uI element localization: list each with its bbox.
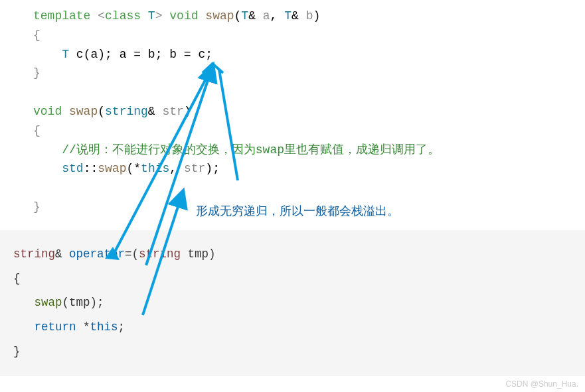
- scope-resolution: ::: [84, 162, 98, 175]
- star: *: [76, 320, 90, 334]
- code-line-blank: [33, 83, 585, 102]
- swap-args: (tmp);: [62, 296, 104, 309]
- param-b: b: [299, 9, 313, 23]
- keyword-return: return: [35, 320, 76, 334]
- indent: [33, 143, 62, 157]
- angle-open: <: [98, 9, 105, 23]
- code-line: {: [13, 267, 572, 291]
- type-string: string: [13, 247, 55, 261]
- brace-close: }: [33, 200, 41, 214]
- paren-close: ): [205, 162, 212, 175]
- watermark: CSDN @Shun_Hua.: [505, 379, 578, 389]
- indent: [33, 48, 62, 61]
- swap-body: c(a); a = b; b = c;: [69, 48, 212, 61]
- type-string: string: [105, 105, 148, 118]
- function-swap: swap: [35, 296, 62, 309]
- amp: &: [292, 9, 299, 23]
- param-str: str: [155, 105, 184, 118]
- angle-close: >: [155, 9, 163, 23]
- code-line: template <class T> void swap(T& a, T& b): [33, 7, 585, 26]
- keyword-class: class: [105, 9, 141, 23]
- function-swap: swap: [205, 9, 234, 23]
- code-line: return *this;: [13, 315, 572, 340]
- param-tmp: tmp): [181, 247, 216, 261]
- type-T: T: [62, 48, 69, 61]
- code-line: }: [33, 64, 585, 83]
- amp: &: [55, 247, 62, 261]
- brace-close: }: [13, 345, 21, 358]
- keyword-this: this: [141, 162, 169, 175]
- indent: [13, 296, 35, 309]
- code-block-operator-assign: string& operator=(string tmp) { swap(tmp…: [0, 230, 585, 376]
- code-line: //说明：不能进行对象的交换，因为swap里也有赋值，成递归调用了。: [33, 141, 585, 160]
- keyword-template: template: [33, 9, 90, 23]
- keyword-void: void: [33, 105, 62, 118]
- indent: [33, 162, 62, 175]
- param-a: a: [256, 9, 270, 23]
- type-T: T: [277, 9, 292, 23]
- code-line: std::swap(*this, str);: [33, 159, 585, 178]
- brace-open: {: [33, 29, 41, 42]
- code-line: T c(a); a = b; b = c;: [33, 45, 585, 64]
- amp: &: [148, 105, 155, 118]
- namespace-std: std: [62, 162, 83, 175]
- code-line: string& operator=(string tmp): [13, 242, 572, 267]
- keyword-void: void: [169, 9, 198, 23]
- star: *: [133, 162, 141, 175]
- semicolon: ;: [118, 320, 125, 334]
- annotation-recursion: 形成无穷递归，所以一般都会栈溢出。: [196, 203, 399, 219]
- keyword-operator: operator: [62, 247, 125, 261]
- semicolon: ;: [212, 162, 220, 175]
- type-T: T: [241, 9, 248, 23]
- paren-open: (: [234, 9, 242, 23]
- indent: [13, 320, 35, 334]
- comma: ,: [270, 9, 278, 23]
- code-line: {: [33, 121, 585, 141]
- brace-open: {: [33, 124, 41, 137]
- function-swap: swap: [98, 162, 126, 175]
- brace-open: {: [13, 272, 21, 285]
- paren-open: (: [126, 162, 133, 175]
- brace-close: }: [33, 66, 41, 80]
- code-line: swap(tmp);: [13, 291, 572, 315]
- code-line-blank: [33, 178, 585, 198]
- function-swap: swap: [62, 105, 98, 118]
- code-block-template-swap: template <class T> void swap(T& a, T& b)…: [0, 0, 585, 217]
- type-string: string: [139, 247, 181, 261]
- code-line: {: [33, 26, 585, 45]
- paren-open: (: [98, 105, 105, 118]
- comment-recursion: //说明：不能进行对象的交换，因为swap里也有赋值，成递归调用了。: [62, 143, 440, 157]
- code-line: void swap(string& str): [33, 102, 585, 121]
- comma: ,: [169, 162, 177, 175]
- code-line: }: [13, 340, 572, 364]
- operator-eq-open: =(: [125, 247, 139, 261]
- paren-close: ): [313, 9, 320, 23]
- param-str: str: [177, 162, 205, 175]
- amp: &: [248, 9, 256, 23]
- keyword-this: this: [90, 320, 118, 334]
- paren-close: ): [184, 105, 191, 118]
- type-param-T: T: [141, 9, 155, 23]
